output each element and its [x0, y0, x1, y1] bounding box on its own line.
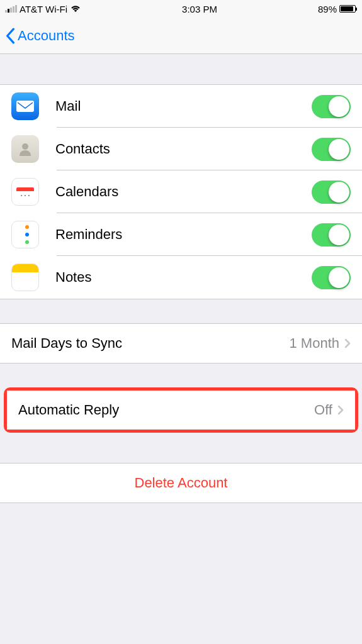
service-label: Notes: [55, 269, 312, 286]
navigation-bar: Accounts: [0, 18, 362, 54]
service-row-calendars: ••• Calendars: [0, 170, 362, 213]
calendars-toggle[interactable]: [312, 180, 351, 204]
back-button[interactable]: Accounts: [5, 28, 75, 44]
svg-rect-0: [16, 101, 34, 112]
reminders-toggle[interactable]: [312, 223, 351, 247]
service-row-contacts: Contacts: [0, 128, 362, 170]
chevron-left-icon: [5, 28, 15, 44]
service-row-mail: Mail: [0, 85, 362, 128]
service-row-notes: Notes: [0, 256, 362, 299]
service-label: Mail: [55, 98, 312, 114]
mail-sync-value: 1 Month: [290, 335, 340, 352]
delete-account-label: Delete Account: [135, 475, 228, 491]
mail-days-to-sync-row[interactable]: Mail Days to Sync 1 Month: [0, 324, 362, 363]
auto-reply-value: Off: [314, 402, 332, 418]
wifi-icon: [70, 4, 81, 14]
battery-percent: 89%: [318, 4, 337, 14]
services-list: Mail Contacts ••• Calendars: [0, 84, 362, 299]
cellular-signal-icon: [5, 5, 17, 13]
reminders-icon: [11, 221, 39, 248]
battery-icon: [339, 5, 357, 13]
calendars-icon: •••: [11, 178, 39, 206]
back-label: Accounts: [18, 28, 75, 44]
status-bar: AT&T Wi-Fi 3:03 PM 89%: [0, 0, 362, 18]
notes-toggle[interactable]: [312, 266, 351, 289]
mail-sync-label: Mail Days to Sync: [11, 335, 122, 352]
mail-icon: [11, 92, 39, 120]
notes-icon: [11, 264, 39, 291]
automatic-reply-highlight: Automatic Reply Off: [4, 387, 358, 433]
auto-reply-label: Automatic Reply: [18, 402, 119, 418]
mail-sync-group: Mail Days to Sync 1 Month: [0, 323, 362, 364]
chevron-right-icon: [344, 338, 351, 348]
contacts-toggle[interactable]: [312, 138, 351, 161]
chevron-right-icon: [337, 405, 344, 415]
mail-toggle[interactable]: [312, 95, 351, 118]
contacts-icon: [11, 135, 39, 163]
delete-account-group: Delete Account: [0, 463, 362, 503]
status-time: 3:03 PM: [182, 4, 217, 14]
delete-account-button[interactable]: Delete Account: [0, 464, 362, 502]
service-row-reminders: Reminders: [0, 213, 362, 256]
service-label: Calendars: [55, 184, 312, 200]
automatic-reply-row[interactable]: Automatic Reply Off: [7, 391, 355, 430]
service-label: Contacts: [55, 141, 312, 157]
svg-point-1: [22, 143, 28, 150]
carrier-label: AT&T Wi-Fi: [20, 4, 67, 14]
service-label: Reminders: [55, 226, 312, 243]
